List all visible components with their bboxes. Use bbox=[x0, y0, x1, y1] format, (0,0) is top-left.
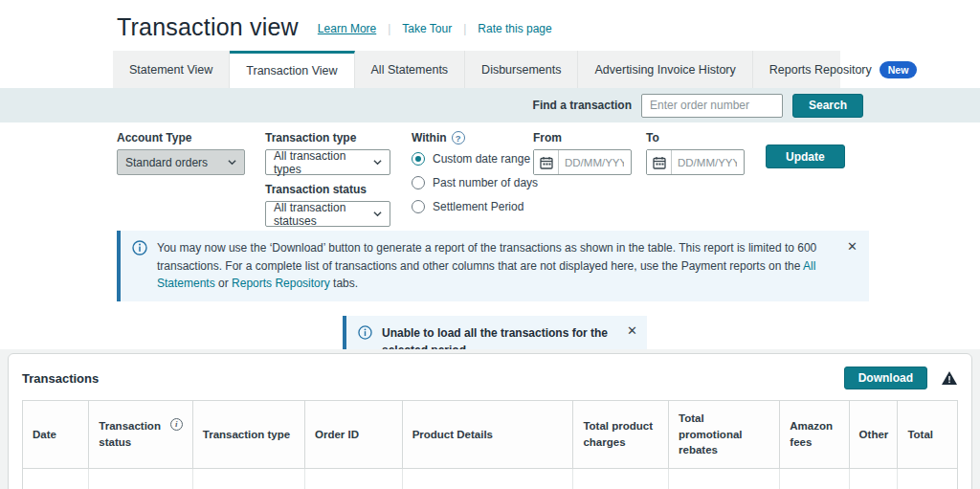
tab-label: Reports Repository bbox=[769, 63, 872, 77]
empty-cell bbox=[898, 469, 958, 489]
empty-cell bbox=[402, 469, 573, 489]
tab-bar: Statement View Transaction View All Stat… bbox=[113, 51, 840, 88]
transactions-card: Transactions Download Date bbox=[8, 353, 972, 489]
tab-advertising-invoice-history[interactable]: Advertising Invoice History bbox=[578, 51, 752, 88]
learn-more-link[interactable]: Learn More bbox=[318, 22, 376, 35]
to-date-input[interactable] bbox=[672, 150, 743, 174]
tab-label: All Statements bbox=[371, 63, 449, 77]
find-transaction-label: Find a transaction bbox=[533, 99, 632, 112]
reports-repository-link[interactable]: Reports Repository bbox=[232, 277, 330, 290]
info-text-3: tabs. bbox=[330, 277, 358, 290]
account-type-select[interactable]: Standard orders bbox=[117, 149, 245, 175]
to-date-group: To bbox=[646, 131, 745, 175]
link-divider: | bbox=[463, 22, 466, 35]
close-icon[interactable]: ✕ bbox=[847, 240, 858, 253]
tab-transaction-view[interactable]: Transaction View bbox=[230, 51, 354, 88]
download-info-banner: You may now use the ‘Download’ button to… bbox=[117, 231, 869, 301]
col-other[interactable]: Other bbox=[849, 401, 898, 469]
account-type-value: Standard orders bbox=[125, 156, 208, 169]
transaction-status-group: Transaction status All transaction statu… bbox=[265, 183, 390, 227]
tab-label: Advertising Invoice History bbox=[594, 63, 735, 77]
col-transaction-type[interactable]: Transaction type bbox=[192, 401, 304, 469]
col-total-promotional-rebates[interactable]: Total promotional rebates bbox=[669, 401, 780, 469]
tab-label: Statement View bbox=[129, 63, 212, 77]
transaction-type-select[interactable]: All transaction types bbox=[265, 149, 390, 175]
col-order-id[interactable]: Order ID bbox=[305, 401, 403, 469]
transaction-type-group: Transaction type All transaction types bbox=[265, 131, 390, 175]
transactions-table: Date Transaction status i Transaction ty… bbox=[22, 400, 958, 489]
radio-settlement-period[interactable]: Settlement Period bbox=[412, 200, 538, 213]
take-tour-link[interactable]: Take Tour bbox=[402, 22, 452, 35]
tab-statement-view[interactable]: Statement View bbox=[113, 51, 230, 88]
info-icon bbox=[358, 325, 372, 340]
col-product-details[interactable]: Product Details bbox=[402, 401, 573, 469]
radio-button-icon bbox=[412, 152, 425, 166]
tab-all-statements[interactable]: All Statements bbox=[355, 51, 466, 88]
info-text-1: You may now use the ‘Download’ button to… bbox=[157, 241, 816, 273]
empty-cell bbox=[669, 469, 780, 489]
radio-past-number-of-days[interactable]: Past number of days bbox=[412, 176, 538, 189]
empty-cell bbox=[305, 469, 403, 489]
empty-cell bbox=[23, 469, 89, 489]
help-icon[interactable]: ? bbox=[452, 131, 465, 144]
tab-label: Disbursements bbox=[481, 63, 561, 77]
warning-triangle-icon[interactable] bbox=[941, 370, 958, 386]
transactions-region: Transactions Download Date bbox=[0, 349, 980, 489]
calendar-icon[interactable] bbox=[534, 150, 559, 174]
from-label: From bbox=[533, 131, 632, 144]
download-button[interactable]: Download bbox=[844, 367, 927, 389]
col-amazon-fees[interactable]: Amazon fees bbox=[780, 401, 849, 469]
link-divider: | bbox=[388, 22, 390, 35]
radio-label: Past number of days bbox=[433, 176, 538, 189]
transaction-type-value: All transaction types bbox=[274, 149, 366, 176]
tab-disbursements[interactable]: Disbursements bbox=[465, 51, 578, 88]
account-type-label: Account Type bbox=[117, 131, 245, 144]
info-icon[interactable]: i bbox=[170, 418, 183, 431]
radio-button-icon bbox=[412, 176, 425, 189]
col-transaction-status-label: Transaction status bbox=[99, 418, 166, 450]
info-icon bbox=[132, 240, 147, 256]
calendar-icon-glyph bbox=[653, 156, 666, 169]
calendar-icon[interactable] bbox=[647, 150, 672, 174]
empty-cell bbox=[89, 469, 192, 489]
empty-cell bbox=[192, 469, 304, 489]
info-text-2: or bbox=[215, 277, 232, 290]
transactions-card-actions: Download bbox=[844, 367, 958, 389]
within-group: Within ? Custom date range Past number o… bbox=[412, 131, 538, 224]
col-total-product-charges[interactable]: Total product charges bbox=[573, 401, 669, 469]
page-title: Transaction view bbox=[117, 13, 299, 41]
from-date-group: From bbox=[533, 131, 632, 175]
calendar-icon-glyph bbox=[540, 156, 553, 169]
empty-cell bbox=[780, 469, 849, 489]
transaction-status-select[interactable]: All transaction statuses bbox=[265, 201, 390, 227]
transactions-title: Transactions bbox=[22, 371, 99, 386]
close-icon[interactable]: ✕ bbox=[627, 324, 637, 337]
transaction-status-label: Transaction status bbox=[265, 183, 390, 196]
transaction-type-label: Transaction type bbox=[265, 131, 390, 144]
to-date-field bbox=[646, 149, 745, 175]
filters-panel: Account Type Standard orders Transaction… bbox=[0, 122, 980, 224]
tab-reports-repository[interactable]: Reports Repository New bbox=[753, 51, 934, 88]
transactions-card-header: Transactions Download bbox=[22, 366, 958, 390]
table-header-row: Date Transaction status i Transaction ty… bbox=[23, 401, 958, 469]
radio-custom-date-range[interactable]: Custom date range bbox=[412, 152, 538, 166]
col-total[interactable]: Total bbox=[898, 401, 958, 469]
col-transaction-status[interactable]: Transaction status i bbox=[89, 401, 192, 469]
order-number-input[interactable] bbox=[641, 94, 783, 118]
radio-label: Custom date range bbox=[433, 152, 530, 166]
search-button[interactable]: Search bbox=[792, 94, 863, 118]
from-date-input[interactable] bbox=[559, 150, 630, 174]
rate-this-page-link[interactable]: Rate this page bbox=[478, 22, 551, 35]
within-label: Within bbox=[412, 131, 447, 144]
radio-button-icon bbox=[412, 200, 425, 213]
table-row bbox=[23, 469, 958, 489]
radio-label: Settlement Period bbox=[433, 200, 523, 213]
col-date[interactable]: Date bbox=[23, 401, 89, 469]
chevron-down-icon bbox=[228, 158, 236, 167]
empty-cell bbox=[849, 469, 898, 489]
page-header: Transaction view Learn More | Take Tour … bbox=[0, 0, 980, 44]
transaction-status-value: All transaction statuses bbox=[274, 201, 366, 228]
update-button[interactable]: Update bbox=[766, 144, 845, 168]
tab-label: Transaction View bbox=[246, 64, 337, 78]
chevron-down-icon bbox=[373, 158, 382, 167]
